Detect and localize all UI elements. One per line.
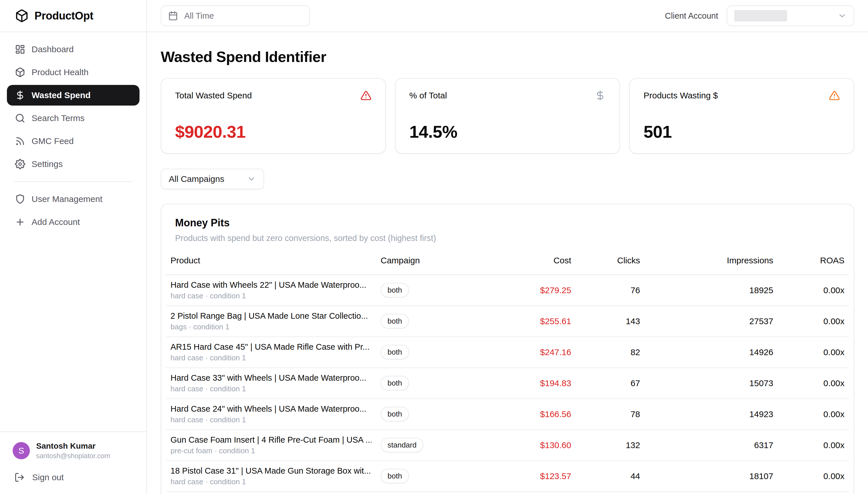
metric-value: 14.5% [409,122,606,142]
sidebar-item-search-terms[interactable]: Search Terms [7,108,140,129]
sidebar-item-label: Add Account [32,217,80,227]
product-meta: hard case · condition 1 [170,415,371,424]
roas-cell: 0.00x [824,378,845,388]
metric-cards: Total Wasted Spend $9020.31 % of Total 1… [161,78,854,154]
table-row: Hard Case with Wheels 22" | USA Made Wat… [166,275,849,306]
clicks-cell: 82 [631,347,640,357]
campaign-badge: both [381,469,409,483]
metric-card-total-wasted-spend: Total Wasted Spend $9020.31 [161,78,386,154]
product-name: Hard Case with Wheels 22" | USA Made Wat… [170,280,371,290]
gear-icon [15,159,25,169]
dollar-sign-icon [15,90,25,100]
plus-icon [15,217,25,227]
campaign-badge: both [381,283,409,298]
layout-dashboard-icon [15,44,25,55]
clicks-cell: 67 [631,378,640,388]
impressions-cell: 14926 [750,347,773,357]
product-name: AR15 Hard Case 45" | USA Made Rifle Case… [170,342,371,352]
sidebar: ProductOpt Dashboard Product Health Wast… [0,0,147,494]
campaign-badge: both [381,314,409,328]
cost-cell: $194.83 [540,378,571,388]
package-icon [15,67,25,77]
rss-icon [15,136,25,146]
sidebar-divider [14,181,133,182]
sign-out-button[interactable]: Sign out [9,471,137,484]
roas-cell: 0.00x [824,471,845,481]
column-header-clicks: Clicks [576,251,645,275]
clicks-cell: 44 [631,471,640,481]
product-meta: pre-cut foam · condition 1 [170,446,371,455]
sidebar-item-wasted-spend[interactable]: Wasted Spend [7,85,140,106]
user-profile: S Santosh Kumar santosh@shopiator.com [9,440,137,461]
product-meta: bags · condition 1 [170,322,371,331]
user-name: Santosh Kumar [36,441,110,451]
page-title: Wasted Spend Identifier [161,48,854,65]
impressions-cell: 15073 [750,378,773,388]
impressions-cell: 18107 [750,471,773,481]
app-logo: ProductOpt [0,0,146,32]
topbar: All Time Client Account [147,0,868,32]
cost-cell: $130.60 [540,440,571,450]
metric-card-percent-of-total: % of Total 14.5% [395,78,620,154]
money-pits-subtitle: Products with spend but zero conversions… [175,233,840,243]
product-meta: hard case · condition 1 [170,353,371,362]
app-title: ProductOpt [34,10,93,22]
client-account-value-redacted [734,10,787,21]
impressions-cell: 6317 [754,440,773,450]
table-header-row: Product Campaign Cost Clicks Impressions… [166,251,849,275]
sidebar-item-label: GMC Feed [32,136,74,146]
sidebar-item-label: Wasted Spend [32,90,91,100]
calendar-icon [168,11,178,21]
product-name: Hard Case 33" with Wheels | USA Made Wat… [170,373,371,383]
campaign-filter-select[interactable]: All Campaigns [161,169,264,189]
sidebar-item-user-management[interactable]: User Management [7,189,140,209]
sidebar-item-gmc-feed[interactable]: GMC Feed [7,131,140,151]
cost-cell: $279.25 [540,285,571,295]
sidebar-item-dashboard[interactable]: Dashboard [7,39,140,60]
cost-cell: $247.16 [540,347,571,357]
sidebar-item-label: Settings [32,159,62,169]
column-header-cost: Cost [468,251,576,275]
campaign-filter-value: All Campaigns [169,174,224,184]
sidebar-item-product-health[interactable]: Product Health [7,62,140,83]
product-name: 18 Pistol Case 31" | USA Made Gun Storag… [170,466,371,476]
metric-label: Products Wasting $ [644,91,718,100]
sidebar-item-settings[interactable]: Settings [7,154,140,174]
table-row: 18 Pistol Case 31" | USA Made Gun Storag… [166,461,849,492]
table-row: 2 Pistol Range Bag | USA Made Lone Star … [166,306,849,337]
alert-triangle-icon [361,90,371,101]
money-pits-table: Product Campaign Cost Clicks Impressions… [166,251,849,492]
user-email: santosh@shopiator.com [36,452,110,460]
column-header-product: Product [166,251,376,275]
client-account-control: Client Account [665,5,854,26]
clicks-cell: 76 [631,285,640,295]
date-range-picker[interactable]: All Time [161,5,310,26]
sidebar-item-add-account[interactable]: Add Account [7,212,140,232]
impressions-cell: 14923 [750,410,773,419]
roas-cell: 0.00x [824,317,845,326]
client-account-select[interactable] [727,5,854,26]
cost-cell: $166.56 [540,410,571,419]
app-root: ProductOpt Dashboard Product Health Wast… [0,0,868,494]
search-icon [15,113,25,124]
impressions-cell: 27537 [750,317,773,326]
roas-cell: 0.00x [824,347,845,357]
product-name: Hard Case 24" with Wheels | USA Made Wat… [170,404,371,414]
clicks-cell: 143 [626,317,640,326]
sidebar-footer: S Santosh Kumar santosh@shopiator.com Si… [0,432,146,494]
sign-out-label: Sign out [32,473,64,482]
impressions-cell: 18925 [750,285,773,295]
chevron-down-icon [247,174,256,184]
product-meta: hard case · condition 1 [170,477,371,486]
campaign-badge: standard [381,438,423,452]
client-account-label: Client Account [665,11,718,21]
sidebar-nav: Dashboard Product Health Wasted Spend Se… [0,32,146,232]
campaign-badge: both [381,376,409,391]
sidebar-item-label: Search Terms [32,113,85,123]
date-range-value: All Time [184,11,214,21]
roas-cell: 0.00x [824,410,845,419]
product-meta: hard case · condition 1 [170,384,371,393]
page-content: Wasted Spend Identifier Total Wasted Spe… [147,32,868,494]
package-logo-icon [15,9,29,23]
table-row: Hard Case 24" with Wheels | USA Made Wat… [166,399,849,430]
